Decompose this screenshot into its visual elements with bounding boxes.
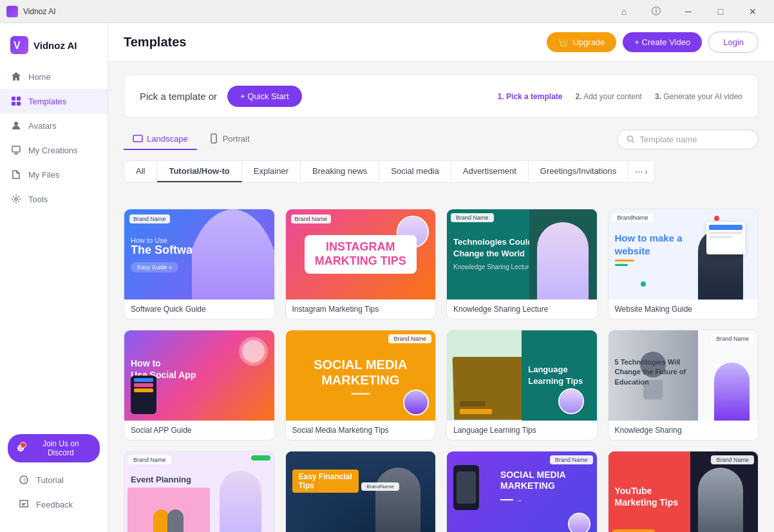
search-box[interactable] — [617, 129, 759, 149]
notification-badge — [23, 442, 26, 446]
cat-tab-explainer[interactable]: Explainer — [242, 161, 301, 182]
step-3: 3. Generate your AI video — [655, 92, 742, 101]
sidebar-item-tools[interactable]: Tools — [0, 187, 108, 211]
template-label-knowledge-sharing: Knowledge Sharing — [609, 421, 759, 440]
upgrade-button-label: Upgrade — [572, 37, 605, 47]
maximize-button[interactable]: □ — [706, 0, 735, 23]
page-title: Templates — [124, 35, 186, 50]
template-card-knowledge-sharing[interactable]: Brand Name 5 Technologies Will Change th… — [608, 330, 759, 441]
sidebar-item-feedback-label: Feedback — [36, 500, 73, 509]
templates-icon — [10, 95, 22, 107]
sidebar-item-my-files-label: My Files — [28, 170, 59, 180]
main-header: Templates 👑 Upgrade + Create Video Login — [108, 23, 774, 62]
sidebar-nav: Home Templates Avatars My Creations — [0, 64, 108, 426]
info-icon-titlebar[interactable]: ⓘ — [641, 0, 671, 23]
sidebar-item-tutorial-label: Tutorial — [36, 475, 64, 485]
header-actions: 👑 Upgrade + Create Video Login — [547, 32, 759, 53]
minimize-button[interactable]: ─ — [674, 0, 703, 23]
template-card-youtube[interactable]: Brand Name YouTube Marketing Tips waterm… — [608, 451, 759, 532]
titlebar-left: Vidnoz AI — [6, 6, 55, 17]
home-icon-titlebar[interactable]: ⌂ — [609, 0, 639, 23]
template-thumb-youtube: Brand Name YouTube Marketing Tips waterm… — [609, 451, 759, 532]
template-label-software: Software Quick Guide — [124, 299, 274, 319]
tutorial-icon: ? — [18, 474, 30, 486]
template-grid: Brand Name How to Use The Software Easy … — [124, 209, 759, 532]
titlebar-controls: ⌂ ⓘ ─ □ ✕ — [609, 0, 768, 23]
create-video-button[interactable]: + Create Video — [623, 32, 702, 52]
upgrade-button[interactable]: 👑 Upgrade — [547, 32, 616, 52]
sidebar-item-feedback[interactable]: Feedback — [8, 492, 100, 517]
discord-button-label: Join Us on Discord — [29, 439, 92, 457]
brand-badge: Brand Name — [451, 213, 494, 222]
template-label-social-app: Social APP Guide — [124, 421, 274, 440]
sidebar-item-my-files[interactable]: My Files — [0, 162, 108, 187]
home-icon — [10, 71, 22, 82]
app-container: V Vidnoz AI Home Templates Ava — [0, 23, 774, 532]
content-area: Pick a template or + Quick Start 1. Pick… — [108, 62, 774, 532]
template-card-purple-social[interactable]: Brand Name SOCIAL MEDIA MARKETING → — [446, 451, 598, 532]
quickstart-button-label: + Quick Start — [240, 91, 289, 101]
template-thumb-software: Brand Name How to Use The Software Easy … — [124, 209, 274, 299]
close-button[interactable]: ✕ — [738, 0, 768, 23]
sidebar-item-home-label: Home — [28, 72, 51, 82]
sidebar-item-home[interactable]: Home — [0, 64, 108, 89]
feedback-icon — [18, 499, 30, 510]
template-card-software[interactable]: Brand Name How to Use The Software Easy … — [124, 209, 275, 319]
cat-tab-advertisement[interactable]: Advertisement — [451, 161, 529, 182]
template-label-knowledge-lecture: Knowledge Sharing Lecture — [447, 299, 597, 319]
crown-icon: 👑 — [558, 37, 569, 47]
template-card-social-app[interactable]: How toUse Social App — [124, 330, 275, 441]
cat-tab-greetings[interactable]: Greetings/Invitations — [529, 161, 629, 182]
pick-template-left: Pick a template or + Quick Start — [140, 86, 302, 107]
sidebar-item-templates[interactable]: Templates — [0, 89, 108, 113]
sidebar-item-my-creations[interactable]: My Creations — [0, 138, 108, 162]
login-button-label: Login — [723, 37, 744, 47]
svg-rect-2 — [12, 97, 15, 100]
sidebar: V Vidnoz AI Home Templates Ava — [0, 23, 108, 532]
template-label-language: Language Learning Tips — [447, 421, 597, 440]
template-card-instagram[interactable]: Brand Name INSTAGRAMMARKTING TIPS Ins — [285, 209, 437, 319]
login-button[interactable]: Login — [708, 32, 759, 53]
template-thumb-financial: Easy Financial Tips BrandName — [286, 451, 436, 532]
template-card-event-planning[interactable]: Brand Name Event Planning Tips — [124, 451, 275, 532]
titlebar: Vidnoz AI ⌂ ⓘ ─ □ ✕ — [0, 0, 774, 23]
discord-button[interactable]: D Join Us on Discord — [8, 434, 100, 462]
svg-point-6 — [14, 122, 18, 126]
brand-badge: Brand Name — [128, 455, 171, 464]
cat-tab-more[interactable]: ⋯ › — [628, 161, 654, 182]
template-card-financial[interactable]: Easy Financial Tips BrandName Financial … — [285, 451, 437, 532]
template-thumb-social-media: Brand Name SOCIAL MEDIAMARKETING — [286, 330, 436, 421]
sidebar-item-avatars[interactable]: Avatars — [0, 113, 108, 138]
search-input[interactable] — [639, 135, 749, 144]
landscape-tab[interactable]: Landscape — [124, 128, 197, 150]
template-card-knowledge-lecture[interactable]: Brand Name Technologies Could Change the… — [446, 209, 598, 319]
sidebar-item-templates-label: Templates — [28, 97, 66, 106]
category-tabs-row: All Tutorial/How-to Explainer Breaking n… — [124, 160, 759, 196]
vidnoz-logo-icon: V — [10, 36, 28, 54]
template-card-social-media[interactable]: Brand Name SOCIAL MEDIAMARKETING — [285, 330, 437, 441]
orientation-tabs: Landscape Portrait — [124, 128, 259, 150]
cat-tab-all[interactable]: All — [124, 161, 157, 182]
portrait-tab[interactable]: Portrait — [200, 128, 259, 150]
svg-point-8 — [15, 198, 17, 200]
landscape-icon — [133, 133, 143, 144]
svg-rect-5 — [17, 102, 21, 106]
cat-tab-social[interactable]: Social media — [379, 161, 451, 182]
brand-badge: Brand Name — [129, 214, 170, 223]
svg-text:?: ? — [23, 477, 26, 484]
template-thumb-event: Brand Name Event Planning Tips — [124, 451, 274, 532]
cat-tab-breaking[interactable]: Breaking news — [301, 161, 379, 182]
template-thumb-social-app: How toUse Social App — [124, 330, 274, 421]
template-card-website[interactable]: BrandName How to make a website — [608, 209, 759, 319]
avatars-icon — [10, 120, 22, 131]
sidebar-item-tutorial[interactable]: ? Tutorial — [8, 468, 100, 492]
quickstart-button[interactable]: + Quick Start — [227, 86, 302, 107]
portrait-icon — [209, 133, 219, 144]
sidebar-bottom-nav: ? Tutorial Feedback — [8, 468, 100, 517]
creations-icon — [10, 144, 22, 156]
template-card-language[interactable]: Brand Name Language Learning Tips — [446, 330, 598, 441]
template-label-instagram: Instagram Marketing Tips — [286, 299, 436, 319]
cat-tab-tutorial[interactable]: Tutorial/How-to — [157, 161, 241, 182]
template-thumb-knowledge: Brand Name Technologies Could Change the… — [447, 209, 597, 299]
pick-template-text: Pick a template or — [140, 91, 217, 102]
